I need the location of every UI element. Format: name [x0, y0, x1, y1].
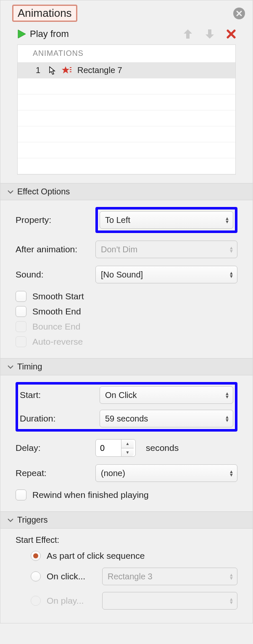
trigger-on-click-radio[interactable]: [31, 571, 41, 581]
smooth-start-label: Smooth Start: [32, 291, 84, 301]
trigger-on-play-target-select: ▲▼: [102, 592, 237, 610]
sound-label: Sound:: [16, 270, 95, 280]
panel-title: Animations: [12, 5, 77, 22]
stepper-arrows-icon: ▲▼: [229, 470, 234, 476]
timing-title: Timing: [17, 362, 42, 372]
trigger-on-play-label: On play...: [47, 596, 96, 606]
stepper-arrows-icon: ▲▼: [225, 217, 229, 223]
duration-select[interactable]: 59 seconds ▲▼: [100, 410, 233, 427]
stepper-arrows-icon: ▲▼: [225, 415, 229, 422]
rewind-checkbox[interactable]: [16, 490, 26, 500]
panel-title-text: Animations: [18, 7, 72, 19]
repeat-select[interactable]: (none) ▲▼: [95, 464, 237, 482]
chevron-down-icon: [7, 518, 14, 523]
play-button[interactable]: [17, 29, 26, 39]
close-panel-button[interactable]: [233, 8, 245, 19]
delay-label: Delay:: [16, 443, 95, 453]
repeat-value: (none): [101, 469, 125, 478]
effect-options-title: Effect Options: [17, 187, 70, 196]
animation-list-empty-row: [18, 79, 235, 94]
triggers-section-header[interactable]: Triggers: [0, 511, 253, 529]
stepper-arrows-icon: ▲▼: [229, 597, 234, 604]
animation-target-label: Rectangle 7: [77, 65, 122, 75]
trigger-on-click-target-value: Rectangle 3: [108, 572, 153, 581]
stepper-arrows-icon: ▲▼: [229, 246, 234, 253]
rewind-label: Rewind when finished playing: [32, 490, 149, 500]
delay-input[interactable]: ▲ ▼: [95, 439, 136, 457]
stepper-arrows-icon: ▲▼: [225, 392, 229, 398]
auto-reverse-label: Auto-reverse: [32, 337, 83, 347]
svg-marker-5: [62, 66, 69, 73]
repeat-label: Repeat:: [16, 468, 95, 478]
start-value: On Click: [105, 390, 137, 400]
move-up-button[interactable]: [183, 29, 193, 39]
animation-list-empty-row: [18, 110, 235, 126]
animation-list-empty-row: [18, 126, 235, 142]
animations-list[interactable]: ANIMATIONS 1 Rectangle 7: [17, 45, 236, 175]
delay-step-up[interactable]: ▲: [121, 440, 134, 448]
sound-select[interactable]: [No Sound] ▲▼: [95, 266, 237, 283]
start-select[interactable]: On Click ▲▼: [100, 386, 233, 404]
after-animation-value: Don't Dim: [101, 245, 137, 254]
delay-step-down[interactable]: ▼: [121, 448, 134, 457]
bounce-end-checkbox: [16, 321, 26, 332]
timing-section-header[interactable]: Timing: [0, 358, 253, 375]
animation-list-item[interactable]: 1 Rectangle 7: [18, 63, 235, 79]
move-down-button[interactable]: [205, 29, 215, 39]
trigger-on-click-label: On click...: [47, 571, 96, 581]
animation-list-empty-row: [18, 94, 235, 110]
smooth-end-label: Smooth End: [32, 306, 81, 317]
trigger-on-play-radio: [31, 596, 41, 606]
start-effect-label: Start Effect:: [16, 535, 237, 545]
trigger-click-sequence-radio[interactable]: [31, 551, 41, 561]
start-label: Start:: [20, 390, 100, 400]
animation-order: 1: [22, 65, 43, 75]
animation-list-empty-row: [18, 158, 235, 174]
trigger-click-sequence-label: As part of click sequence: [47, 551, 145, 561]
animations-list-header: ANIMATIONS: [18, 45, 235, 63]
delete-animation-button[interactable]: [227, 29, 236, 39]
stepper-arrows-icon: ▲▼: [229, 573, 234, 580]
triggers-title: Triggers: [17, 515, 48, 525]
property-value: To Left: [105, 215, 130, 225]
after-animation-select: Don't Dim ▲▼: [95, 241, 237, 258]
after-animation-label: After animation:: [16, 244, 95, 254]
property-select[interactable]: To Left ▲▼: [100, 211, 233, 229]
stepper-arrows-icon: ▲▼: [229, 271, 234, 278]
smooth-start-checkbox[interactable]: [16, 291, 26, 302]
chevron-down-icon: [7, 364, 14, 369]
svg-marker-2: [18, 30, 26, 38]
emphasis-effect-icon: [61, 66, 71, 75]
sound-value: [No Sound]: [101, 270, 143, 280]
trigger-on-click-target-select: Rectangle 3 ▲▼: [102, 568, 237, 585]
chevron-down-icon: [7, 189, 14, 194]
property-label: Property:: [16, 215, 95, 225]
duration-label: Duration:: [20, 414, 100, 424]
on-click-icon: [49, 66, 55, 75]
play-from-label: Play from: [30, 29, 69, 39]
bounce-end-label: Bounce End: [32, 322, 80, 332]
animation-list-empty-row: [18, 142, 235, 158]
effect-options-section-header[interactable]: Effect Options: [0, 183, 253, 200]
duration-value: 59 seconds: [105, 414, 148, 424]
delay-unit: seconds: [146, 443, 179, 453]
smooth-end-checkbox[interactable]: [16, 306, 26, 317]
delay-value-field[interactable]: [96, 443, 121, 453]
auto-reverse-checkbox: [16, 336, 26, 347]
